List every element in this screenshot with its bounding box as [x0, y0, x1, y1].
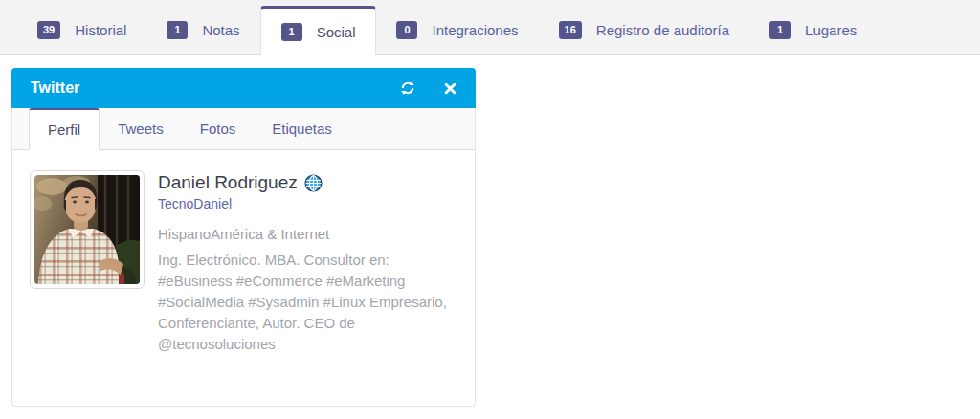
- profile-info: Daniel Rodriguez: [158, 170, 457, 355]
- tab-social[interactable]: 1 Social: [260, 6, 377, 55]
- close-icon[interactable]: [444, 82, 457, 95]
- tab-count-badge: 1: [281, 23, 302, 41]
- tab-label: Historial: [75, 22, 126, 38]
- tab-label: Lugares: [805, 22, 857, 38]
- profile-location: HispanoAmérica & Internet: [158, 226, 457, 242]
- tab-fotos[interactable]: Fotos: [182, 108, 255, 149]
- tab-count-badge: 1: [769, 21, 791, 39]
- tab-tweets[interactable]: Tweets: [100, 108, 182, 149]
- globe-icon: [304, 174, 323, 192]
- tab-historial[interactable]: 39 Historial: [17, 6, 146, 54]
- twitter-tab-bar: Perfil Tweets Fotos Etiquetas: [12, 108, 475, 150]
- tab-registro-auditoria[interactable]: 16 Registro de auditoría: [539, 6, 750, 54]
- tab-label: Registro de auditoría: [596, 22, 729, 38]
- tab-label: Tweets: [118, 121, 164, 137]
- twitter-panel-body: Perfil Tweets Fotos Etiquetas: [11, 108, 476, 407]
- tab-count-badge: 16: [559, 21, 582, 39]
- tab-perfil[interactable]: Perfil: [29, 108, 100, 150]
- tab-label: Notas: [202, 22, 239, 38]
- module-tab-bar: 39 Historial 1 Notas 1 Social 0 Integrac…: [0, 0, 980, 55]
- tab-count-badge: 39: [37, 21, 60, 39]
- tab-label: Etiquetas: [272, 121, 332, 137]
- twitter-panel: Twitter: [11, 68, 476, 407]
- profile-handle[interactable]: TecnoDaniel: [158, 196, 457, 211]
- tab-label: Fotos: [200, 121, 236, 137]
- tab-etiquetas[interactable]: Etiquetas: [254, 108, 350, 149]
- refresh-icon[interactable]: [400, 80, 415, 96]
- tab-lugares[interactable]: 1 Lugares: [749, 6, 877, 54]
- tab-count-badge: 0: [396, 21, 417, 39]
- avatar: [30, 170, 145, 289]
- tab-label: Perfil: [48, 121, 80, 138]
- tab-notas[interactable]: 1 Notas: [146, 6, 259, 54]
- twitter-panel-header: Twitter: [11, 68, 476, 108]
- tab-count-badge: 1: [167, 21, 188, 39]
- tab-integraciones[interactable]: 0 Integraciones: [376, 6, 538, 54]
- tab-label: Social: [317, 24, 356, 40]
- profile-name: Daniel Rodriguez: [158, 172, 298, 193]
- tab-label: Integraciones: [432, 22, 518, 38]
- avatar-photo: [34, 175, 140, 284]
- twitter-profile-card: Daniel Rodriguez: [12, 150, 475, 375]
- profile-bio: Ing. Electrónico. MBA. Consultor en: #eB…: [158, 250, 457, 355]
- panel-title: Twitter: [31, 79, 79, 97]
